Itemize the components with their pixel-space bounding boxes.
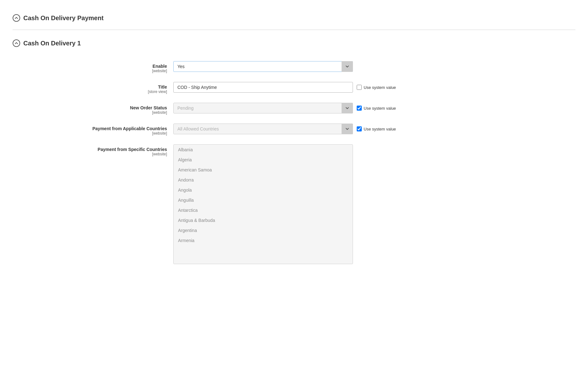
enable-label-container: Enable [website] [13, 61, 173, 73]
title-input[interactable] [173, 82, 353, 93]
order-status-label: New Order Status [13, 105, 167, 110]
section1-header[interactable]: Cash On Delivery Payment [13, 9, 575, 26]
divider1 [13, 30, 575, 30]
order-status-control: Pending Processing Use system value [173, 103, 575, 113]
section2-content: Cash On Delivery 1 Enable [website] Yes … [13, 33, 575, 279]
applicable-countries-row: Payment from Applicable Countries [websi… [13, 124, 575, 136]
applicable-countries-system-value-label[interactable]: Use system value [357, 126, 396, 131]
order-status-sublabel: [website] [13, 110, 167, 115]
list-item[interactable]: Algeria [174, 155, 353, 165]
title-system-value-text: Use system value [364, 85, 396, 90]
list-item[interactable]: American Samoa [174, 165, 353, 175]
enable-sublabel: [website] [13, 69, 167, 73]
enable-select[interactable]: Yes No [173, 61, 353, 72]
applicable-countries-select[interactable]: All Allowed Countries Specific Countries [173, 124, 353, 134]
section1-collapse-icon[interactable] [13, 14, 20, 22]
applicable-countries-control: All Allowed Countries Specific Countries… [173, 124, 575, 134]
title-label: Title [13, 84, 167, 90]
list-item[interactable]: Andorra [174, 175, 353, 185]
specific-countries-label: Payment from Specific Countries [13, 147, 167, 152]
list-item[interactable]: Armenia [174, 235, 353, 246]
applicable-countries-label: Payment from Applicable Countries [13, 126, 167, 131]
section2-title: Cash On Delivery 1 [23, 40, 81, 47]
list-item[interactable]: Argentina [174, 225, 353, 235]
title-system-value-label[interactable]: Use system value [357, 85, 396, 90]
enable-select-wrapper: Yes No [173, 61, 353, 72]
list-item[interactable]: Albania [174, 145, 353, 155]
specific-countries-row: Payment from Specific Countries [website… [13, 144, 575, 264]
order-status-system-value-text: Use system value [364, 106, 396, 111]
section2-collapse-icon[interactable] [13, 39, 20, 47]
order-status-system-value-checkbox[interactable] [357, 106, 362, 111]
page-container: Cash On Delivery Payment Cash On Deliver… [0, 0, 588, 382]
list-item[interactable]: Antigua & Barbuda [174, 215, 353, 225]
order-status-select[interactable]: Pending Processing [173, 103, 353, 113]
applicable-countries-system-value-text: Use system value [364, 127, 396, 131]
applicable-countries-select-wrapper: All Allowed Countries Specific Countries [173, 124, 353, 134]
applicable-countries-sublabel: [website] [13, 131, 167, 136]
title-row: Title [store view] Use system value [13, 82, 575, 94]
enable-row: Enable [website] Yes No [13, 61, 575, 73]
title-control: Use system value [173, 82, 575, 93]
specific-countries-label-container: Payment from Specific Countries [website… [13, 144, 173, 156]
title-system-value-checkbox[interactable] [357, 85, 362, 90]
list-item[interactable]: Antarctica [174, 205, 353, 215]
applicable-countries-label-container: Payment from Applicable Countries [websi… [13, 124, 173, 136]
order-status-select-wrapper: Pending Processing [173, 103, 353, 113]
section2-header[interactable]: Cash On Delivery 1 [13, 39, 575, 52]
list-item[interactable]: Angola [174, 185, 353, 195]
section1-title: Cash On Delivery Payment [23, 14, 104, 22]
order-status-label-container: New Order Status [website] [13, 103, 173, 115]
title-label-container: Title [store view] [13, 82, 173, 94]
specific-countries-sublabel: [website] [13, 152, 167, 156]
enable-control: Yes No [173, 61, 575, 72]
title-sublabel: [store view] [13, 90, 167, 94]
specific-countries-control: AlbaniaAlgeriaAmerican SamoaAndorraAngol… [173, 144, 575, 264]
countries-listbox[interactable]: AlbaniaAlgeriaAmerican SamoaAndorraAngol… [173, 144, 353, 264]
order-status-system-value-label[interactable]: Use system value [357, 106, 396, 111]
applicable-countries-system-value-checkbox[interactable] [357, 126, 362, 131]
list-item[interactable]: Anguilla [174, 195, 353, 205]
enable-label: Enable [13, 64, 167, 69]
order-status-row: New Order Status [website] Pending Proce… [13, 103, 575, 115]
